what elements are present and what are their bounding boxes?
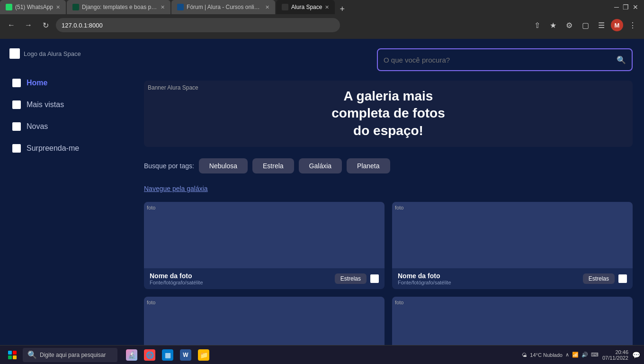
header-search: 🔍 <box>144 48 633 71</box>
tab-title-alura: Alura Space <box>291 4 322 10</box>
tab-django[interactable]: Django: templates e boas prátic... ✕ <box>67 0 170 14</box>
tag-planeta[interactable]: Planeta <box>347 158 390 173</box>
photo-name-1: Nome da foto <box>150 272 203 280</box>
restore-button[interactable]: ❐ <box>623 3 629 11</box>
sidebar-label-home: Home <box>27 79 47 87</box>
photos-left-column: foto Nome da foto Fonte/fotógrafo/satéli… <box>144 202 385 364</box>
sidebar: Logo da Alura Space Home Mais vistas Nov… <box>0 39 133 364</box>
photo-card-4: foto Nome da foto Fonte/fotógrafo/satéli… <box>392 202 633 289</box>
tab-title-wa: (51) WhatsApp <box>15 4 53 10</box>
network-icon[interactable]: 📶 <box>572 352 579 358</box>
sidebar-item-novas[interactable]: Novas <box>8 117 125 136</box>
back-button[interactable]: ← <box>5 18 18 32</box>
sidebar-toggle-icon[interactable]: ☰ <box>595 18 608 32</box>
profile-avatar[interactable]: M <box>611 19 623 31</box>
address-bar-row: ← → ↻ ⇧ ★ ⚙ ▢ ☰ M ⋮ <box>0 14 644 36</box>
screenshot-icon[interactable]: ▢ <box>579 18 592 32</box>
close-window-button[interactable]: ✕ <box>633 3 638 11</box>
tags-row: Busque por tags: Nebulosa Estrela Galáxi… <box>144 158 633 173</box>
nav-pill-galaxia[interactable]: Navegue pela galáxia <box>144 185 208 192</box>
share-icon[interactable]: ⇧ <box>530 18 544 32</box>
tab-close-dj[interactable]: ✕ <box>161 4 165 10</box>
notification-icon[interactable]: 💬 <box>632 351 640 359</box>
toolbar-icons: ⇧ ★ ⚙ ▢ ☰ M ⋮ <box>530 18 639 32</box>
taskbar-search-box[interactable]: 🔍 Digite aqui para pesquisar <box>23 348 117 362</box>
browser-chrome: (51) WhatsApp ✕ Django: templates e boas… <box>0 0 644 39</box>
volume-icon[interactable]: 🔊 <box>581 352 588 358</box>
search-submit-icon[interactable]: 🔍 <box>617 55 626 64</box>
photos-grid: foto Nome da foto Fonte/fotógrafo/satéli… <box>144 202 633 364</box>
forward-button[interactable]: → <box>22 18 35 32</box>
logo-text: Logo da Alura Space <box>24 50 81 57</box>
reload-button[interactable]: ↻ <box>39 18 52 32</box>
clock-time: 20:46 <box>602 349 628 355</box>
start-button[interactable] <box>4 346 21 364</box>
mais-vistas-icon <box>12 100 21 109</box>
banner-area: Banner Alura Space A galeria mais comple… <box>144 81 633 147</box>
extensions-icon[interactable]: ⚙ <box>563 18 576 32</box>
photo-source-4: Fonte/fotógrafo/satélite <box>398 280 451 285</box>
tray-up-arrow[interactable]: ∧ <box>565 352 569 358</box>
address-input[interactable] <box>56 18 340 32</box>
photos-right-column: foto Nome da foto Fonte/fotógrafo/satéli… <box>392 202 633 364</box>
nav-pills-row: Navegue pela galáxia <box>144 185 633 192</box>
photo-tag-4[interactable]: Estrelas <box>583 273 615 284</box>
sys-tray: 🌤 14°C Nublado ∧ 📶 🔊 ⌨ <box>522 352 599 358</box>
menu-icon[interactable]: ⋮ <box>626 18 639 32</box>
banner-image: Banner Alura Space <box>144 81 633 147</box>
tab-forum[interactable]: Fórum | Alura - Cursos online de ✕ <box>171 0 275 14</box>
taskbar: 🔍 Digite aqui para pesquisar 🔬 🌐 ▦ W 📁 🌤… <box>0 345 644 364</box>
photo-tag-area-1: Estrelas <box>335 273 379 284</box>
tabs-row: (51) WhatsApp ✕ Django: templates e boas… <box>0 0 644 14</box>
logo-area: Logo da Alura Space <box>8 48 125 59</box>
bookmark-icon[interactable]: ★ <box>546 18 560 32</box>
tab-close-forum[interactable]: ✕ <box>265 4 269 10</box>
chrome-icon: 🌐 <box>144 349 155 361</box>
tag-nebulosa[interactable]: Nebulosa <box>199 158 248 173</box>
tab-alura-space[interactable]: Alura Space ✕ <box>276 0 335 14</box>
photo-tag-1[interactable]: Estrelas <box>335 273 367 284</box>
windows-icon <box>8 351 17 359</box>
main-content: 🔍 Banner Alura Space A galeria mais comp… <box>133 39 644 364</box>
minimize-button[interactable]: ─ <box>614 3 619 11</box>
photo-image-4: foto <box>392 202 633 268</box>
heart-icon-1[interactable] <box>370 274 379 283</box>
photo-source-1: Fonte/fotógrafo/satélite <box>150 280 203 285</box>
sidebar-nav: Home Mais vistas Novas Surpreenda-me <box>8 73 125 158</box>
heart-icon-4[interactable] <box>618 274 627 283</box>
taskbar-app-chrome[interactable]: 🌐 <box>141 346 158 364</box>
photo-tag-area-4: Estrelas <box>583 273 627 284</box>
taskbar-app-vscode[interactable]: ▦ <box>159 346 176 364</box>
taskbar-search-icon: 🔍 <box>27 350 37 359</box>
tab-close-wa[interactable]: ✕ <box>56 4 60 10</box>
tag-galaxia[interactable]: Galáxia <box>299 158 342 173</box>
tab-whatsapp[interactable]: (51) WhatsApp ✕ <box>0 0 66 14</box>
photo-name-4: Nome da foto <box>398 272 451 280</box>
taskbar-app-labs[interactable]: 🔬 <box>123 346 140 364</box>
weather-text: 14°C Nublado <box>530 352 563 358</box>
taskbar-app-explorer[interactable]: 📁 <box>195 346 212 364</box>
sidebar-item-home[interactable]: Home <box>8 73 125 93</box>
photo-image-1: foto <box>144 202 385 268</box>
clock-area[interactable]: 20:46 07/11/2022 <box>602 349 628 361</box>
novas-icon <box>12 122 21 131</box>
tab-favicon-dj <box>72 4 79 10</box>
new-tab-button[interactable]: + <box>336 4 349 14</box>
taskbar-search-text: Digite aqui para pesquisar <box>40 352 106 358</box>
search-box: 🔍 <box>377 48 633 71</box>
sidebar-item-surpreenda-me[interactable]: Surpreenda-me <box>8 138 125 158</box>
word-icon: W <box>180 349 191 361</box>
photo-meta-1: Nome da foto Fonte/fotógrafo/satélite <box>150 272 203 285</box>
photo-meta-4: Nome da foto Fonte/fotógrafo/satélite <box>398 272 451 285</box>
tab-close-alura[interactable]: ✕ <box>325 4 329 10</box>
sidebar-label-mais-vistas: Mais vistas <box>27 100 64 109</box>
clock-date: 07/11/2022 <box>602 355 628 361</box>
tag-estrela[interactable]: Estrela <box>252 158 294 173</box>
taskbar-app-word[interactable]: W <box>177 346 194 364</box>
tab-favicon-alura <box>282 4 288 10</box>
keyboard-icon[interactable]: ⌨ <box>591 352 599 358</box>
sidebar-item-mais-vistas[interactable]: Mais vistas <box>8 95 125 115</box>
search-input[interactable] <box>384 56 613 64</box>
labs-icon: 🔬 <box>126 349 137 361</box>
taskbar-right: 🌤 14°C Nublado ∧ 📶 🔊 ⌨ 20:46 07/11/2022 … <box>522 349 640 361</box>
